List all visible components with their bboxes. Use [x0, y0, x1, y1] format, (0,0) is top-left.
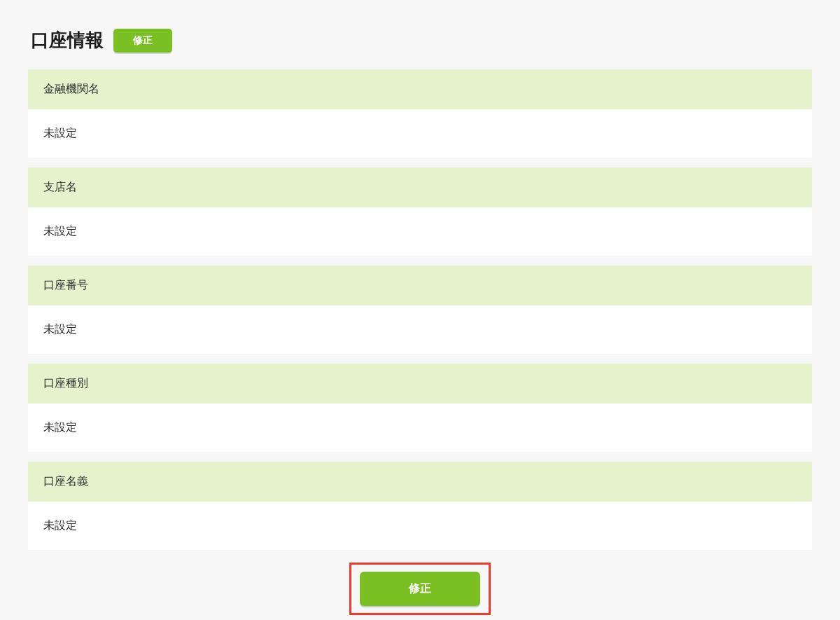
account-info-table: 金融機関名 未設定 支店名 未設定 口座番号 未設定 口座種別 未設定 口座名義… [28, 69, 812, 550]
field-label-account-number: 口座番号 [28, 266, 812, 305]
edit-button-bottom[interactable]: 修正 [360, 572, 480, 606]
field-value-bank-name: 未設定 [28, 109, 812, 158]
page-title: 口座情報 [31, 28, 104, 53]
field-label-branch-name: 支店名 [28, 167, 812, 207]
field-value-account-type: 未設定 [28, 404, 812, 452]
field-label-account-type: 口座種別 [28, 364, 812, 404]
field-value-branch-name: 未設定 [28, 207, 812, 256]
field-value-account-holder: 未設定 [28, 502, 812, 550]
field-value-account-number: 未設定 [28, 305, 812, 354]
account-info-card: 口座情報 修正 金融機関名 未設定 支店名 未設定 口座番号 未設定 口座種別 … [7, 7, 833, 620]
field-label-account-holder: 口座名義 [28, 462, 812, 502]
edit-button-top[interactable]: 修正 [113, 29, 172, 53]
header-row: 口座情報 修正 [28, 28, 812, 53]
highlight-box: 修正 [349, 563, 491, 615]
field-label-bank-name: 金融機関名 [28, 69, 812, 109]
footer-area: 修正 [28, 563, 812, 615]
